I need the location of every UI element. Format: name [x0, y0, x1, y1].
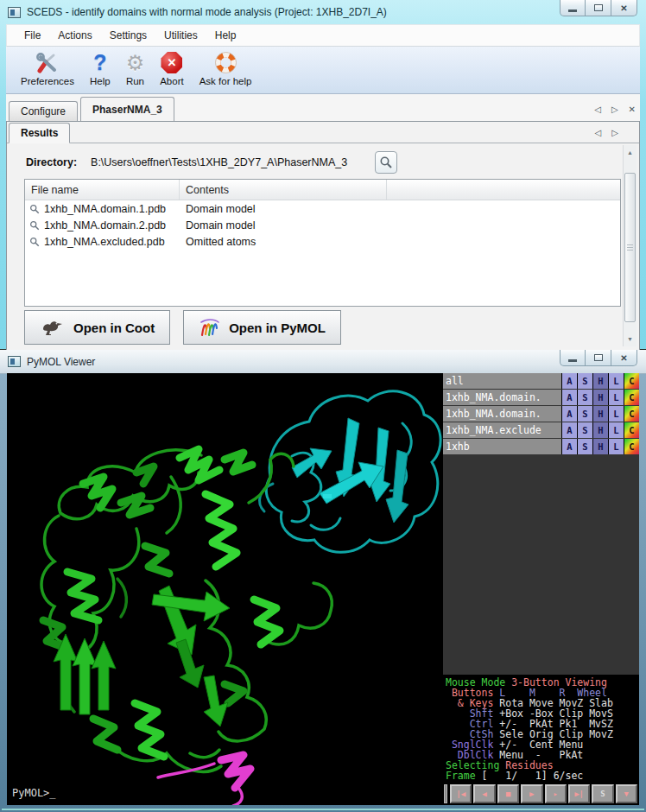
magnifier-icon: [29, 204, 44, 214]
open-buttons-row: Open in Coot Open in PyMOL: [24, 310, 341, 345]
table-header: File name Contents: [25, 180, 620, 200]
file-contents: Omitted atoms: [180, 236, 387, 248]
tab-close-icon[interactable]: ✕: [629, 105, 636, 114]
scroll-up-icon[interactable]: ▲: [624, 146, 636, 159]
run-label: Run: [126, 76, 144, 86]
step-forward-button[interactable]: ▸: [545, 784, 567, 803]
play-button[interactable]: ▶: [521, 784, 542, 803]
object-name[interactable]: 1xhb_NMA.domain.: [443, 406, 561, 422]
close-button[interactable]: ✕: [611, 0, 637, 16]
preferences-label: Preferences: [21, 76, 74, 86]
column-header-filename[interactable]: File name: [25, 180, 180, 200]
label-button[interactable]: L: [609, 373, 624, 389]
menu-file[interactable]: File: [16, 27, 49, 44]
panel-menu-button[interactable]: ▼: [616, 784, 637, 803]
label-button[interactable]: L: [609, 422, 624, 438]
tab-scroll-right-icon[interactable]: ▷: [611, 105, 618, 114]
pymol-command-prompt[interactable]: PyMOL>_: [12, 787, 56, 799]
close-button[interactable]: ✕: [611, 350, 637, 366]
minimize-button[interactable]: [560, 350, 586, 366]
action-button[interactable]: A: [562, 373, 577, 389]
minimize-icon: [568, 359, 577, 362]
tab-configure[interactable]: Configure: [9, 101, 78, 121]
action-button[interactable]: A: [562, 422, 577, 438]
label-button[interactable]: L: [609, 439, 624, 454]
maximize-button[interactable]: [586, 350, 611, 366]
tab-scroll-left-icon[interactable]: ◁: [594, 105, 601, 114]
show-button[interactable]: S: [578, 422, 592, 438]
label-button[interactable]: L: [609, 390, 624, 405]
step-back-button[interactable]: ◀: [473, 784, 495, 803]
results-scroll-left-icon[interactable]: ◁: [595, 128, 602, 137]
search-icon: [379, 155, 393, 169]
help-button[interactable]: ? Help: [82, 48, 118, 87]
color-button[interactable]: C: [624, 373, 639, 389]
action-button[interactable]: A: [562, 439, 577, 454]
window-bottom-highlight: [2, 809, 644, 810]
object-name[interactable]: all: [443, 373, 561, 389]
stop-icon: ✕: [161, 49, 182, 76]
object-row-domain1: 1xhb_NMA.domain. A S H L C: [443, 390, 639, 405]
table-row[interactable]: 1xhb_NMA.domain.2.pdb Domain model: [25, 217, 620, 233]
open-in-pymol-button[interactable]: Open in PyMOL: [183, 310, 341, 345]
hide-button[interactable]: H: [593, 439, 608, 454]
color-button[interactable]: C: [624, 439, 639, 454]
pymol-window-title: PyMOL Viewer: [27, 356, 95, 368]
sceds-toolbar: Preferences ? Help ⚙ Run ✕ Abort Ask for…: [6, 47, 640, 94]
object-row-excluded: 1xhb_NMA.exclude A S H L C: [443, 422, 639, 438]
go-to-end-button[interactable]: ▶|: [568, 784, 590, 803]
object-row-domain2: 1xhb_NMA.domain. A S H L C: [443, 406, 639, 422]
color-button[interactable]: C: [624, 422, 639, 438]
show-button[interactable]: S: [578, 406, 592, 422]
object-name[interactable]: 1xhb: [443, 439, 561, 454]
sceds-menubar: File Actions Settings Utilities Help: [6, 24, 640, 47]
hide-button[interactable]: H: [593, 422, 608, 438]
column-header-contents[interactable]: Contents: [180, 180, 387, 200]
show-button[interactable]: S: [578, 439, 592, 454]
ask-for-help-label: Ask for help: [200, 76, 252, 86]
preferences-button[interactable]: Preferences: [13, 48, 82, 87]
table-row[interactable]: 1xhb_NMA.excluded.pdb Omitted atoms: [25, 233, 620, 250]
go-to-start-button[interactable]: |◀: [450, 784, 472, 803]
ask-for-help-button[interactable]: Ask for help: [192, 48, 260, 87]
file-name: 1xhb_NMA.excluded.pdb: [44, 236, 180, 248]
object-name[interactable]: 1xhb_NMA.domain.: [443, 390, 561, 405]
color-button[interactable]: C: [624, 406, 639, 422]
label-button[interactable]: L: [609, 406, 624, 422]
tab-results[interactable]: Results: [9, 123, 70, 143]
tab-phasernma3[interactable]: PhaserNMA_3: [80, 97, 174, 121]
scroll-down-icon[interactable]: ▼: [624, 333, 636, 346]
action-button[interactable]: A: [562, 390, 577, 405]
browse-directory-button[interactable]: [375, 151, 397, 174]
pymol-titlebar[interactable]: PyMOL Viewer ✕: [0, 350, 646, 374]
sceds-titlebar[interactable]: SCEDS - identify domains with normal mod…: [0, 0, 646, 24]
show-button[interactable]: S: [578, 373, 592, 389]
scene-button[interactable]: S: [592, 784, 613, 803]
stop-button[interactable]: ■: [497, 784, 519, 803]
menu-actions[interactable]: Actions: [49, 27, 100, 44]
results-scroll-right-icon[interactable]: ▷: [611, 128, 618, 137]
results-scrollbar[interactable]: ▲ ▼: [623, 145, 636, 346]
mouse-mode-panel: Mouse Mode 3-Button Viewing Buttons L M …: [443, 675, 639, 783]
show-button[interactable]: S: [578, 390, 592, 405]
open-in-coot-button[interactable]: Open in Coot: [24, 310, 170, 345]
table-row[interactable]: 1xhb_NMA.domain.1.pdb Domain model: [25, 200, 620, 217]
menu-utilities[interactable]: Utilities: [155, 27, 206, 44]
abort-button[interactable]: ✕ Abort: [152, 48, 192, 87]
menu-help[interactable]: Help: [206, 27, 245, 44]
object-name[interactable]: 1xhb_NMA.exclude: [443, 422, 561, 438]
protein-ribbon-rendering: [7, 373, 443, 805]
action-button[interactable]: A: [562, 406, 577, 422]
run-button[interactable]: ⚙ Run: [118, 48, 153, 87]
maximize-button[interactable]: [586, 0, 611, 16]
molecule-viewport[interactable]: PyMOL>_: [7, 373, 443, 805]
minimize-button[interactable]: [560, 0, 586, 16]
scrollbar-thumb[interactable]: [624, 173, 636, 322]
menu-settings[interactable]: Settings: [101, 27, 155, 44]
hide-button[interactable]: H: [593, 390, 608, 405]
hide-button[interactable]: H: [593, 373, 608, 389]
color-button[interactable]: C: [624, 390, 639, 405]
file-contents: Domain model: [180, 219, 387, 232]
hide-button[interactable]: H: [593, 406, 608, 422]
results-tabstrip: Results ◁ ▷: [7, 122, 639, 143]
